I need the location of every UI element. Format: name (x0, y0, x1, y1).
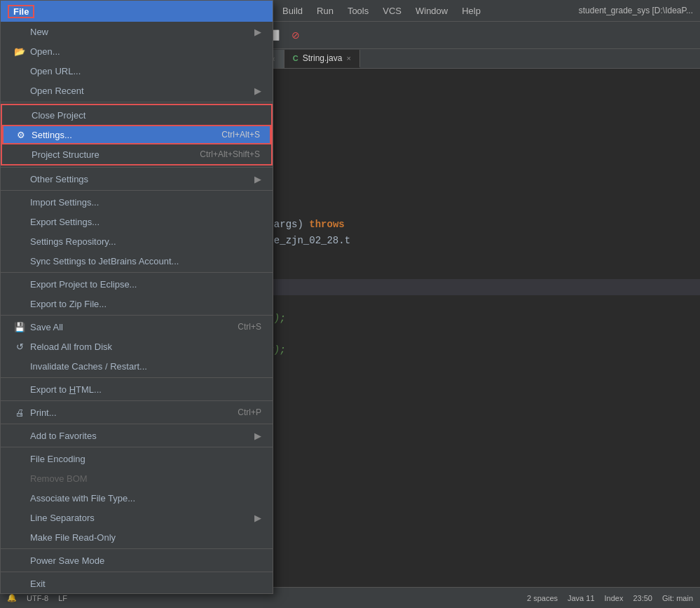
menu-sep-5 (1, 315, 273, 316)
menu-item-line-sep-label: Line Separators (30, 513, 95, 523)
app-title: student_grade_sys [D:\IdeaP... (579, 6, 700, 15)
menu-sep-2 (1, 167, 273, 168)
menu-item-file-type-label: Associate with File Type... (30, 493, 135, 504)
menu-item-invalidate-label: Invalidate Caches / Restart... (30, 361, 147, 372)
menu-build[interactable]: Build (275, 0, 310, 21)
menu-item-export-html-label: Export to HTML... (30, 384, 102, 395)
file-menu: File New ▶ 📂 Open... Open URL... Open Re… (0, 0, 273, 594)
menu-item-other-settings[interactable]: Other Settings ▶ (1, 169, 273, 189)
menu-item-read-only[interactable]: Make File Read-Only (1, 527, 273, 547)
menu-item-power-save-label: Power Save Mode (30, 555, 104, 566)
tab-string-icon: C (293, 54, 298, 62)
menu-item-project-structure[interactable]: Project Structure Ctrl+Alt+Shift+S (2, 144, 271, 164)
menu-item-file-encoding[interactable]: File Encoding (1, 449, 273, 468)
open-icon: 📂 (12, 46, 27, 57)
menu-item-remove-bom-label: Remove BOM (30, 473, 88, 484)
menu-item-project-structure-label: Project Structure (32, 149, 99, 160)
menu-item-open-recent[interactable]: Open Recent ▶ (1, 81, 273, 100)
save-all-shortcut: Ctrl+S (238, 322, 261, 332)
menu-help[interactable]: Help (455, 0, 488, 21)
menu-item-settings-label: Settings... (32, 130, 72, 140)
statusbar-git-branch[interactable]: Git: main (662, 594, 693, 602)
statusbar-lf[interactable]: LF (58, 594, 67, 602)
menu-item-remove-bom: Remove BOM (1, 468, 273, 488)
menu-item-settings-repo[interactable]: Settings Repository... (1, 231, 273, 251)
favorites-arrow-icon: ▶ (254, 431, 261, 441)
menu-item-open-recent-label: Open Recent (30, 86, 84, 96)
menu-item-open[interactable]: 📂 Open... (1, 41, 273, 61)
menu-item-favorites-label: Add to Favorites (30, 431, 97, 441)
menu-item-export-settings-label: Export Settings... (30, 217, 99, 227)
statusbar-right: 2 spaces Java 11 Index 23:50 Git: main (527, 594, 693, 602)
menu-item-export-zip-label: Export to Zip File... (30, 299, 107, 309)
toolbar-stop-icon[interactable]: ⊘ (286, 25, 306, 45)
menu-item-print-label: Print... (30, 407, 57, 418)
menu-vcs[interactable]: VCS (376, 0, 409, 21)
settings-icon: ⚙ (13, 130, 29, 140)
menu-sep-6 (1, 377, 273, 378)
menu-sep-4 (1, 272, 273, 273)
print-icon: 🖨 (12, 407, 27, 418)
menu-sep-1 (1, 102, 273, 102)
menu-item-sync-settings[interactable]: Sync Settings to JetBrains Account... (1, 251, 273, 271)
tab-string-label: String.java (303, 53, 343, 63)
menu-item-settings-repo-label: Settings Repository... (30, 236, 116, 247)
menu-sep-3 (1, 190, 273, 191)
menu-item-open-url[interactable]: Open URL... (1, 61, 273, 81)
menu-sep-8 (1, 424, 273, 424)
menu-item-close-project[interactable]: Close Project (2, 105, 271, 125)
menu-item-save-all[interactable]: 💾 Save All Ctrl+S (1, 317, 273, 337)
menu-item-invalidate[interactable]: Invalidate Caches / Restart... (1, 356, 273, 376)
menu-item-export-eclipse-label: Export Project to Eclipse... (30, 279, 137, 290)
close-project-box: Close Project ⚙ Settings... Ctrl+Alt+S P… (1, 104, 273, 165)
menu-tools[interactable]: Tools (341, 0, 376, 21)
new-arrow-icon: ▶ (254, 27, 261, 37)
reload-icon: ↺ (12, 342, 27, 352)
menu-item-import-settings-label: Import Settings... (30, 197, 99, 208)
menu-item-reload[interactable]: ↺ Reload All from Disk (1, 337, 273, 356)
menu-item-print[interactable]: 🖨 Print... Ctrl+P (1, 403, 273, 422)
menu-item-settings[interactable]: ⚙ Settings... Ctrl+Alt+S (2, 125, 271, 144)
menu-item-file-type[interactable]: Associate with File Type... (1, 488, 273, 508)
save-all-icon: 💾 (12, 322, 27, 332)
menu-sep-11 (1, 572, 273, 572)
file-menu-header: File (1, 1, 273, 22)
menu-sep-7 (1, 400, 273, 401)
statusbar-spaces[interactable]: 2 spaces (527, 594, 558, 602)
menu-item-export-settings[interactable]: Export Settings... (1, 212, 273, 231)
print-shortcut: Ctrl+P (238, 407, 261, 417)
menu-sep-10 (1, 548, 273, 549)
menu-run[interactable]: Run (310, 0, 341, 21)
project-structure-shortcut: Ctrl+Alt+Shift+S (200, 149, 260, 159)
statusbar-java-version[interactable]: Java 11 (568, 594, 595, 602)
file-menu-header-text: File (8, 5, 34, 18)
menu-item-import-settings[interactable]: Import Settings... (1, 192, 273, 212)
menu-sep-9 (1, 447, 273, 447)
statusbar-class: Index (605, 594, 624, 602)
open-recent-arrow-icon: ▶ (254, 86, 261, 96)
menu-item-export-html[interactable]: Export to HTML... (1, 379, 273, 399)
menu-item-export-eclipse[interactable]: Export Project to Eclipse... (1, 274, 273, 294)
menu-item-save-all-label: Save All (30, 322, 63, 332)
menu-item-power-save[interactable]: Power Save Mode (1, 550, 273, 570)
tab-string-close[interactable]: × (346, 54, 350, 62)
settings-shortcut: Ctrl+Alt+S (221, 130, 260, 140)
line-sep-arrow-icon: ▶ (254, 513, 261, 523)
menu-item-other-settings-label: Other Settings (30, 174, 88, 184)
menu-item-file-encoding-label: File Encoding (30, 454, 85, 464)
menu-item-close-project-label: Close Project (32, 110, 85, 121)
statusbar-time: 23:50 (633, 594, 652, 602)
menu-item-export-zip[interactable]: Export to Zip File... (1, 294, 273, 313)
menu-item-reload-label: Reload All from Disk (30, 342, 112, 352)
statusbar-encoding[interactable]: UTF-8 (27, 594, 48, 602)
menu-item-new[interactable]: New ▶ (1, 22, 273, 41)
menu-item-read-only-label: Make File Read-Only (30, 532, 116, 543)
statusbar-crlf: 🔔 (7, 593, 17, 602)
other-settings-arrow-icon: ▶ (254, 174, 261, 184)
menu-item-sync-settings-label: Sync Settings to JetBrains Account... (30, 256, 179, 266)
menu-item-line-sep[interactable]: Line Separators ▶ (1, 508, 273, 527)
menu-item-exit[interactable]: Exit (1, 574, 273, 593)
tab-string[interactable]: C String.java × (284, 50, 360, 68)
menu-item-favorites[interactable]: Add to Favorites ▶ (1, 426, 273, 445)
menu-window[interactable]: Window (409, 0, 455, 21)
